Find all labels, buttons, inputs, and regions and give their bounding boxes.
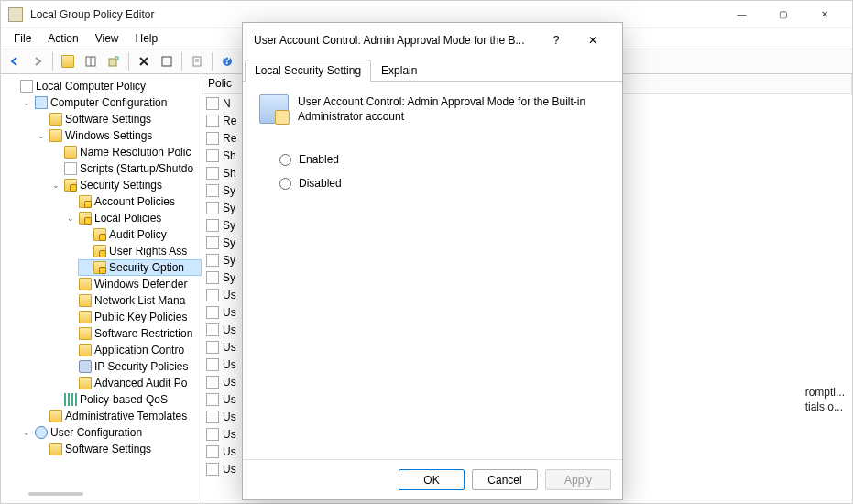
dialog-tabs: Local Security Setting Explain xyxy=(243,58,622,82)
ok-button[interactable]: OK xyxy=(399,469,465,490)
radio-enabled-label: Enabled xyxy=(299,153,339,166)
radio-disabled-label: Disabled xyxy=(299,177,342,190)
dialog-overlay: User Account Control: Admin Approval Mod… xyxy=(0,0,853,504)
tab-explain[interactable]: Explain xyxy=(371,60,427,81)
dialog-body: User Account Control: Admin Approval Mod… xyxy=(243,82,622,459)
dialog-help-button[interactable]: ? xyxy=(538,26,574,55)
apply-button[interactable]: Apply xyxy=(545,469,611,490)
help-icon: ? xyxy=(553,34,560,47)
radio-group: Enabled Disabled xyxy=(279,153,606,190)
tab-local-security-setting[interactable]: Local Security Setting xyxy=(245,60,371,81)
dialog-title: User Account Control: Admin Approval Mod… xyxy=(254,34,538,47)
dialog-buttons: OK Cancel Apply xyxy=(243,459,622,499)
policy-icon xyxy=(259,94,289,124)
close-icon: ✕ xyxy=(588,34,597,47)
security-setting-dialog: User Account Control: Admin Approval Mod… xyxy=(242,22,623,500)
radio-enabled[interactable]: Enabled xyxy=(279,153,606,166)
radio-disabled[interactable]: Disabled xyxy=(279,177,606,190)
radio-disabled-indicator xyxy=(279,178,291,190)
dialog-heading: User Account Control: Admin Approval Mod… xyxy=(259,94,606,124)
policy-name: User Account Control: Admin Approval Mod… xyxy=(298,94,606,124)
dialog-close-button[interactable]: ✕ xyxy=(574,26,611,55)
dialog-titlebar[interactable]: User Account Control: Admin Approval Mod… xyxy=(243,23,622,58)
cancel-button[interactable]: Cancel xyxy=(472,469,538,490)
radio-enabled-indicator xyxy=(279,154,291,166)
